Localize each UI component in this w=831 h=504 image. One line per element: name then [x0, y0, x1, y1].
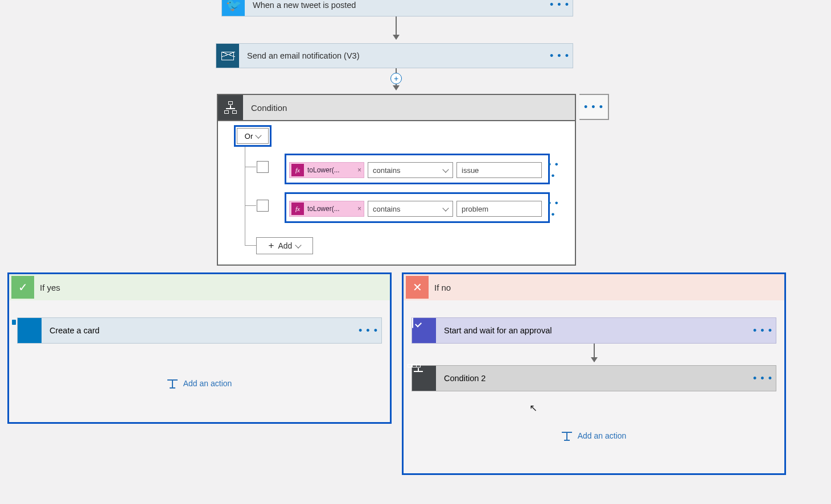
group-operator-select[interactable]: Or — [237, 128, 269, 144]
fx-icon: fx — [291, 164, 304, 176]
approval-icon — [412, 318, 436, 343]
row-1-expression-chip[interactable]: fx toLower(... × — [289, 162, 364, 178]
insert-step-button[interactable]: + — [390, 73, 402, 84]
row-2-value-input[interactable] — [456, 201, 542, 217]
branch-yes: ✓ If yes Create a card • • • Add an acti… — [7, 272, 392, 424]
chevron-down-icon — [442, 166, 449, 172]
tree-line — [245, 147, 245, 246]
group-operator-highlight: Or — [234, 125, 271, 147]
twitter-icon: 🐦 — [222, 0, 245, 16]
branch-no: ✕ If no Start and wait for an approval •… — [402, 272, 786, 475]
tree-branch-3 — [245, 245, 256, 246]
fx-icon: fx — [291, 203, 304, 215]
step-condition-2-menu[interactable]: • • • — [750, 366, 776, 391]
tree-branch-1 — [245, 167, 256, 167]
step-trigger-label: When a new tweet is posted — [245, 0, 546, 16]
row-1-expression-remove[interactable]: × — [357, 166, 361, 174]
condition-body: Or fx toLower(... × contains — [218, 121, 575, 266]
yes-add-action-label: Add an action — [183, 379, 232, 388]
condition-card[interactable]: Condition Or fx toLower(... × — [217, 94, 576, 266]
step-trigger[interactable]: 🐦 When a new tweet is posted • • • — [221, 0, 573, 16]
add-row-label: Add — [278, 241, 293, 250]
row-1-operator-select[interactable]: contains — [368, 162, 453, 178]
add-action-icon — [167, 379, 178, 387]
no-add-action[interactable]: Add an action — [404, 431, 784, 440]
mail-icon — [216, 44, 239, 68]
yes-add-action[interactable]: Add an action — [9, 379, 390, 388]
trello-icon — [18, 318, 42, 343]
plus-icon: + — [269, 240, 274, 251]
step-email[interactable]: Send an email notification (V3) • • • — [216, 43, 573, 68]
step-trigger-menu[interactable]: • • • — [546, 0, 573, 16]
step-condition-2[interactable]: Condition 2 • • • — [412, 365, 776, 391]
row-2-menu[interactable]: • • • — [545, 197, 561, 220]
condition-menu[interactable]: • • • — [579, 94, 609, 120]
step-create-card-label: Create a card — [42, 318, 355, 343]
condition-icon — [412, 366, 436, 391]
tree-branch-2 — [245, 205, 256, 206]
row-2-operator-label: contains — [373, 205, 400, 213]
condition-header[interactable]: Condition — [218, 95, 575, 121]
row-2-expression-text: toLower(... — [307, 205, 340, 213]
step-create-card-menu[interactable]: • • • — [355, 318, 381, 343]
no-add-action-label: Add an action — [578, 431, 627, 440]
row-1-value-input[interactable] — [456, 162, 542, 178]
condition-row-1: fx toLower(... × contains • • • — [289, 159, 561, 181]
row-2-expression-chip[interactable]: fx toLower(... × — [289, 201, 364, 217]
chevron-down-icon — [295, 242, 302, 248]
row-1-checkbox[interactable] — [257, 161, 269, 173]
chevron-down-icon — [256, 132, 262, 138]
branch-no-header: ✕ If no — [404, 274, 784, 300]
condition-icon — [218, 95, 243, 120]
group-operator-label: Or — [245, 132, 253, 141]
condition-row-2: fx toLower(... × contains • • • — [289, 197, 561, 220]
step-email-label: Send an email notification (V3) — [239, 44, 546, 68]
check-icon: ✓ — [11, 276, 34, 299]
step-approval-label: Start and wait for an approval — [436, 318, 750, 343]
branch-no-title: If no — [434, 283, 451, 292]
row-2-checkbox[interactable] — [257, 200, 269, 212]
branch-yes-header: ✓ If yes — [9, 274, 390, 300]
arrow-no-1 — [594, 344, 595, 362]
row-1-menu[interactable]: • • • — [545, 159, 561, 181]
arrow-1 — [396, 16, 397, 39]
row-1-expression-text: toLower(... — [307, 166, 340, 174]
step-condition-2-label: Condition 2 — [436, 366, 750, 391]
row-2-operator-select[interactable]: contains — [368, 201, 453, 217]
row-2-expression-remove[interactable]: × — [357, 205, 361, 213]
add-action-icon — [562, 432, 572, 440]
add-row-button[interactable]: + Add — [256, 237, 313, 254]
step-create-card[interactable]: Create a card • • • — [17, 317, 382, 344]
row-1-operator-label: contains — [373, 166, 400, 175]
branch-yes-title: If yes — [40, 283, 60, 292]
chevron-down-icon — [442, 205, 449, 211]
condition-title: Condition — [243, 95, 575, 120]
step-approval-menu[interactable]: • • • — [750, 318, 776, 343]
close-icon: ✕ — [406, 276, 429, 299]
step-email-menu[interactable]: • • • — [546, 44, 573, 68]
flow-canvas: 🐦 When a new tweet is posted • • • Send … — [0, 0, 831, 504]
step-approval[interactable]: Start and wait for an approval • • • — [412, 317, 776, 344]
